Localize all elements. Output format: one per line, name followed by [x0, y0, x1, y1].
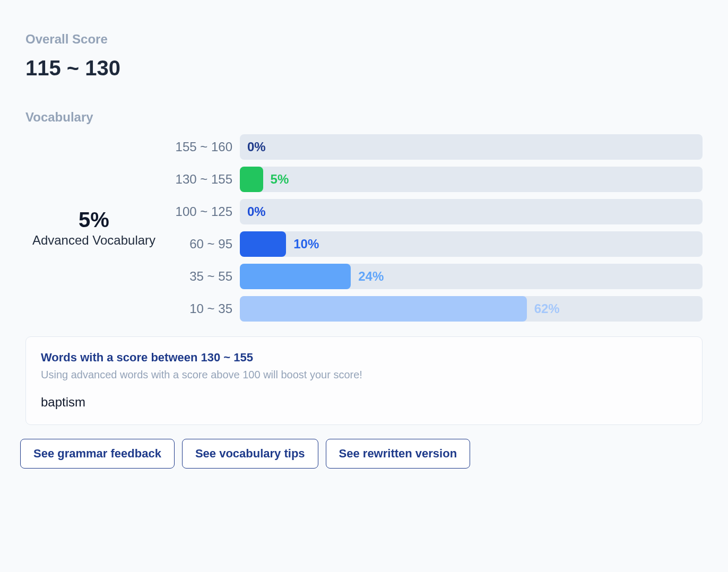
bar-track: 10% [240, 231, 703, 257]
bar-row: 10 ~ 3562% [173, 296, 703, 322]
overall-score-label: Overall Score [25, 32, 703, 47]
vocabulary-tips-button[interactable]: See vocabulary tips [182, 439, 318, 469]
bar-track: 0% [240, 134, 703, 160]
bar-track: 62% [240, 296, 703, 322]
bar-row: 60 ~ 9510% [173, 231, 703, 257]
bar-range-label: 130 ~ 155 [173, 172, 232, 187]
bar-value-label: 62% [534, 301, 560, 316]
bar-value-label: 0% [247, 204, 266, 219]
bar-range-label: 35 ~ 55 [173, 269, 232, 284]
overall-score-value: 115 ~ 130 [25, 56, 703, 80]
advanced-vocab-pct: 5% [25, 208, 162, 232]
word-info-word: baptism [41, 395, 687, 410]
advanced-vocab-label: Advanced Vocabulary [25, 233, 162, 248]
bar-row: 100 ~ 1250% [173, 199, 703, 224]
word-info-subtitle: Using advanced words with a score above … [41, 369, 687, 381]
bar-fill [240, 231, 286, 257]
bar-fill [240, 167, 263, 192]
action-buttons: See grammar feedback See vocabulary tips… [20, 439, 703, 469]
bar-value-label: 24% [358, 269, 384, 284]
word-info-title: Words with a score between 130 ~ 155 [41, 351, 687, 365]
bar-row: 35 ~ 5524% [173, 264, 703, 289]
bar-fill [240, 264, 351, 289]
word-info-card: Words with a score between 130 ~ 155 Usi… [25, 336, 703, 425]
bar-fill [240, 296, 527, 322]
bar-track: 5% [240, 167, 703, 192]
bar-range-label: 100 ~ 125 [173, 204, 232, 219]
bar-range-label: 155 ~ 160 [173, 140, 232, 154]
bar-track: 0% [240, 199, 703, 224]
rewritten-version-button[interactable]: See rewritten version [326, 439, 471, 469]
bar-range-label: 60 ~ 95 [173, 237, 232, 252]
bar-row: 155 ~ 1600% [173, 134, 703, 160]
vocabulary-label: Vocabulary [25, 110, 703, 125]
vocabulary-section: Vocabulary 5% Advanced Vocabulary 155 ~ … [25, 110, 703, 469]
bar-value-label: 5% [271, 172, 289, 187]
overall-score-section: Overall Score 115 ~ 130 [25, 32, 703, 80]
vocabulary-chart: 5% Advanced Vocabulary 155 ~ 1600%130 ~ … [25, 134, 703, 322]
advanced-vocab-summary: 5% Advanced Vocabulary [25, 208, 162, 248]
bar-track: 24% [240, 264, 703, 289]
bar-chart: 155 ~ 1600%130 ~ 1555%100 ~ 1250%60 ~ 95… [173, 134, 703, 322]
bar-range-label: 10 ~ 35 [173, 301, 232, 316]
bar-value-label: 0% [247, 140, 266, 154]
grammar-feedback-button[interactable]: See grammar feedback [20, 439, 175, 469]
bar-value-label: 10% [293, 237, 319, 252]
bar-row: 130 ~ 1555% [173, 167, 703, 192]
